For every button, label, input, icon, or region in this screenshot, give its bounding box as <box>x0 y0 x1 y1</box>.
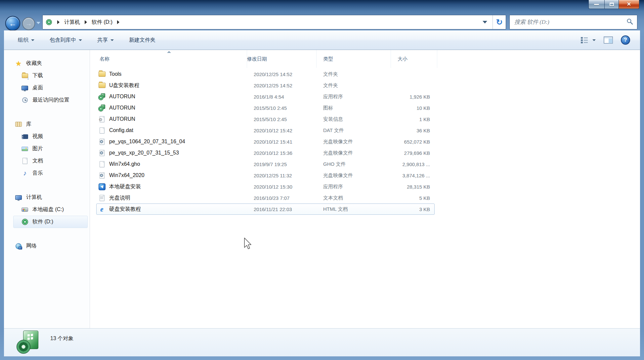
maximize-icon <box>610 3 614 6</box>
file-rows: Tools2020/12/25 14:52文件夹U盘安装教程2020/12/25… <box>90 68 437 215</box>
forward-button[interactable]: → <box>22 17 35 30</box>
file-row[interactable]: e硬盘安装教程2016/11/21 22:03HTML 文档3 KB <box>90 203 437 215</box>
close-button[interactable]: ✕ <box>619 0 639 9</box>
sidebar-item-local-disk-c[interactable]: 本地磁盘 (C:) <box>4 203 90 216</box>
file-row[interactable]: Tools2020/12/25 14:52文件夹 <box>90 68 437 80</box>
file-name-cell: 光盘说明 <box>90 194 247 202</box>
sidebar-item-videos[interactable]: 视频 <box>4 130 90 143</box>
file-row[interactable]: Config.dat2020/10/12 15:42DAT 文件36 KB <box>90 125 437 136</box>
sidebar-item-label: 计算机 <box>26 194 42 201</box>
address-dropdown-icon[interactable] <box>483 21 487 23</box>
recent-icon <box>21 97 28 104</box>
navigation-pane: ★收藏夹↓下载桌面最近访问的位置库视频图片文档♪音乐计算机本地磁盘 (C:)软件… <box>4 50 90 328</box>
refresh-icon: ↻ <box>496 18 502 27</box>
back-button[interactable]: ← <box>5 16 20 31</box>
views-icon <box>580 36 589 44</box>
sidebar-item-label: 最近访问的位置 <box>32 97 69 104</box>
file-row[interactable]: pe_yqs_xp_20_07_31_15_532020/10/12 15:36… <box>90 147 437 158</box>
gho-file-icon <box>98 160 106 168</box>
sidebar-item-software-d[interactable]: 软件 (D:) <box>13 216 88 228</box>
sidebar-item-recent-places[interactable]: 最近访问的位置 <box>4 94 90 106</box>
file-name-label: pe_yqs_xp_20_07_31_15_53 <box>109 150 179 156</box>
file-row[interactable]: 光盘说明2016/10/23 7:07文本文档5 KB <box>90 192 437 203</box>
column-header-label: 修改日期 <box>247 56 267 62</box>
close-icon: ✕ <box>627 2 631 7</box>
file-date-cell: 2015/5/10 2:45 <box>247 116 317 122</box>
preview-pane-button[interactable] <box>604 36 613 44</box>
file-name-label: pe_yqs_1064_20_07_31_16_04 <box>109 139 185 145</box>
file-row[interactable]: ⚙AUTORUN2015/5/10 2:45安装信息1 KB <box>90 113 437 125</box>
help-button[interactable]: ? <box>621 35 630 45</box>
file-date-cell: 2020/10/12 15:42 <box>247 128 317 133</box>
file-row[interactable]: AUTORUN2016/1/8 4:54应用程序1,926 KB <box>90 91 437 102</box>
column-header-type[interactable]: 类型 <box>317 50 391 68</box>
sidebar-item-pictures[interactable]: 图片 <box>4 143 90 155</box>
sidebar-item-computer[interactable]: 计算机 <box>4 191 90 203</box>
history-dropdown-icon[interactable] <box>36 22 40 24</box>
column-header-date-modified[interactable]: 修改日期 <box>247 50 317 68</box>
pictures-icon <box>21 145 28 153</box>
file-name-cell: U盘安装教程 <box>90 82 247 89</box>
maximize-button[interactable] <box>604 0 619 9</box>
text-file-icon <box>98 194 106 202</box>
change-view-button[interactable] <box>580 36 596 44</box>
folder-icon <box>98 82 106 89</box>
file-date-cell: 2020/10/12 15:30 <box>247 184 317 190</box>
file-type-cell: GHO 文件 <box>317 161 391 167</box>
search-icon[interactable] <box>626 18 633 26</box>
window-controls: ✕ <box>588 0 639 9</box>
toolbar-button-label: 包含到库中 <box>50 37 76 44</box>
main-area: ★收藏夹↓下载桌面最近访问的位置库视频图片文档♪音乐计算机本地磁盘 (C:)软件… <box>4 50 640 328</box>
back-arrow-icon: ← <box>9 19 17 28</box>
refresh-button[interactable]: ↻ <box>493 15 506 29</box>
libraries-icon <box>15 121 22 128</box>
file-name-cell: AUTORUN <box>90 93 247 100</box>
file-row[interactable]: U盘安装教程2020/12/25 14:52文件夹 <box>90 80 437 91</box>
file-type-cell: 光盘映像文件 <box>317 150 391 156</box>
address-bar[interactable]: 计算机 软件 (D:) ↻ <box>42 15 506 29</box>
toolbar-button-organize[interactable]: 组织 <box>13 34 39 46</box>
file-row[interactable]: AUTORUN2015/5/10 2:45图标10 KB <box>90 102 437 113</box>
breadcrumb-arrow-icon <box>117 20 119 24</box>
toolbar-button-share[interactable]: 共享 <box>93 34 118 46</box>
sidebar-item-network[interactable]: 网络 <box>4 240 90 252</box>
column-header-label: 类型 <box>323 56 333 62</box>
file-name-cell: Win7x64.gho <box>90 160 247 168</box>
file-type-cell: DAT 文件 <box>317 127 391 134</box>
file-name-label: Win7x64.gho <box>109 161 140 167</box>
breadcrumb-item-computer[interactable]: 计算机 <box>64 19 80 26</box>
toolbar-button-new-folder[interactable]: 新建文件夹 <box>124 34 160 46</box>
file-type-cell: 光盘映像文件 <box>317 172 391 179</box>
status-bar: 13 个对象 <box>4 328 640 356</box>
sidebar-item-documents[interactable]: 文档 <box>4 155 90 167</box>
sidebar-item-favorites[interactable]: ★收藏夹 <box>4 57 90 69</box>
minimize-icon <box>594 4 599 5</box>
sidebar-item-music[interactable]: ♪音乐 <box>4 167 90 179</box>
network-icon <box>15 243 22 250</box>
file-name-cell: Tools <box>90 70 247 78</box>
sidebar-item-label: 库 <box>26 121 31 128</box>
breadcrumb-item-software-d[interactable]: 软件 (D:) <box>92 19 112 26</box>
sidebar-item-libraries[interactable]: 库 <box>4 118 90 130</box>
views-dropdown-icon <box>592 39 596 41</box>
minimize-button[interactable] <box>588 0 604 9</box>
help-icon: ? <box>621 35 630 45</box>
sidebar-item-downloads[interactable]: ↓下载 <box>4 69 90 82</box>
file-date-cell: 2016/11/21 22:03 <box>247 206 317 212</box>
music-icon: ♪ <box>21 170 28 177</box>
toolbar-button-include-in-library[interactable]: 包含到库中 <box>45 34 87 46</box>
sidebar-item-desktop[interactable]: 桌面 <box>4 82 90 94</box>
file-row[interactable]: Win7x64.gho2019/9/7 19:25GHO 文件2,900,813… <box>90 158 437 170</box>
file-date-cell: 2020/12/25 11:32 <box>247 173 317 178</box>
sidebar-item-label: 网络 <box>26 243 37 249</box>
search-input[interactable] <box>510 15 626 29</box>
icon-file-disc-icon <box>98 104 106 112</box>
toolbar-button-label: 新建文件夹 <box>129 37 155 44</box>
file-row[interactable]: pe_yqs_1064_20_07_31_16_042020/10/12 15:… <box>90 136 437 147</box>
file-row[interactable]: Win7x64_20202020/12/25 11:32光盘映像文件3,874,… <box>90 170 437 181</box>
sidebar-item-label: 图片 <box>32 145 43 152</box>
videos-icon <box>21 133 28 140</box>
file-row[interactable]: 本地硬盘安装2020/10/12 15:30应用程序28,315 KB <box>90 181 437 192</box>
toolbar-button-label: 共享 <box>97 37 108 44</box>
column-header-size[interactable]: 大小 <box>391 50 437 68</box>
